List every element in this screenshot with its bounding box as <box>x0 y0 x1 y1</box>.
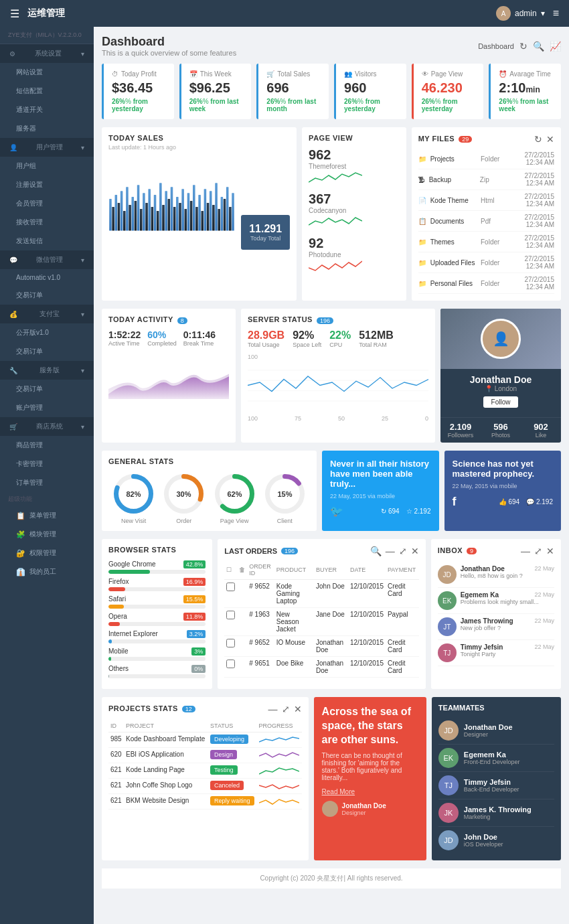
proj-row-3: 621 John Coffe Shop Logo Canceled <box>108 779 302 794</box>
breadcrumb: Dashboard <box>478 42 514 50</box>
brand-title: 运维管理 <box>27 7 65 19</box>
projects-close-button[interactable]: ✕ <box>294 704 302 714</box>
svg-rect-10 <box>137 185 140 230</box>
donut-page-view: 62% Page View <box>213 472 256 524</box>
inbox-msg-2[interactable]: JT James Throwing 22 May New job offer ? <box>438 614 554 640</box>
avatar: 👤 <box>481 319 521 359</box>
svg-rect-30 <box>193 185 195 230</box>
proj-th-project: PROJECT <box>124 720 208 733</box>
sidebar-item-send-sms[interactable]: 发送短信 <box>0 232 94 250</box>
svg-rect-22 <box>171 187 173 230</box>
svg-rect-32 <box>198 195 201 230</box>
sidebar-item-my-staff[interactable]: 👔我的员工 <box>0 562 94 581</box>
proj-th-id: ID <box>108 720 124 733</box>
sidebar-item-service[interactable]: 🔧 服务版 ▾ <box>0 361 94 380</box>
sidebar-item-user-group[interactable]: 用户组 <box>0 157 94 175</box>
inbox-close-button[interactable]: ✕ <box>546 546 554 556</box>
svg-text:15%: 15% <box>277 490 292 498</box>
sidebar-item-menu-mgmt[interactable]: 📋菜单管理 <box>0 506 94 525</box>
sidebar-item-channel-switch[interactable]: 通道开关 <box>0 100 94 119</box>
sidebar-item-member-mgmt[interactable]: 会员管理 <box>0 194 94 213</box>
list-icon[interactable]: ≡ <box>553 7 559 19</box>
projects-minimize-button[interactable]: — <box>268 704 278 714</box>
orders-close-button[interactable]: ✕ <box>411 546 419 556</box>
admin-dropdown-icon[interactable]: ▾ <box>541 9 545 18</box>
sidebar-item-auto[interactable]: Automatic v1.0 <box>0 269 94 286</box>
tweet-box: Never in all their history have men been… <box>322 451 439 531</box>
svg-rect-20 <box>165 191 167 230</box>
follow-button[interactable]: Follow <box>483 396 519 408</box>
sidebar-item-account-mgmt[interactable]: 账户管理 <box>0 398 94 417</box>
bottom-row: BROWSER STATS Google Chrome 42.8% Firefo… <box>102 539 561 689</box>
inbox-messages: JD Jonathan Doe 22 May Hello, m8 how is … <box>438 562 554 666</box>
hamburger-icon[interactable]: ☰ <box>10 7 19 20</box>
sidebar-item-user-mgmt[interactable]: 👤 用户管理 ▾ <box>0 138 94 157</box>
refresh-button[interactable]: ↻ <box>519 41 527 52</box>
read-more-link[interactable]: Read More <box>322 788 355 795</box>
files-close-button[interactable]: ✕ <box>546 134 554 145</box>
sidebar-label-wechat: 微信管理 <box>36 255 63 264</box>
svg-rect-15 <box>151 207 154 231</box>
sidebar-item-reg-settings[interactable]: 注册设置 <box>0 175 94 194</box>
order-checkbox-2[interactable] <box>226 639 235 647</box>
sidebar-item-card-mgmt[interactable]: 卡密管理 <box>0 455 94 473</box>
order-checkbox-3[interactable] <box>226 660 235 668</box>
sidebar-item-trade-order3[interactable]: 交易订单 <box>0 380 94 398</box>
sales-bar-chart <box>108 156 236 250</box>
status-badge-1: Design <box>210 750 237 759</box>
orders-th-delete: 🗑 <box>237 560 247 580</box>
sidebar-item-shop[interactable]: 🛒 商店系统 ▾ <box>0 417 94 436</box>
inbox-minimize-button[interactable]: — <box>521 546 530 556</box>
sales-icon: 🛒 <box>266 70 274 78</box>
browser-item-opera: Opera 11.8% <box>108 613 206 626</box>
inbox-avatar-3: TJ <box>438 643 457 662</box>
collapse-icon2: ▾ <box>81 144 84 151</box>
chart-button[interactable]: 📈 <box>550 41 561 52</box>
inbox-msg-0[interactable]: JD Jonathan Doe 22 May Hello, m8 how is … <box>438 562 554 588</box>
blog-author-role: Designer <box>342 810 386 816</box>
profile-stats: 2.109 Followers 596 Photos 902 Like <box>440 417 561 443</box>
order-checkbox-0[interactable] <box>226 583 235 591</box>
orders-table: ☐ 🗑 ORDER ID PRODUCT BUYER DATE PAYMENT <box>224 560 418 678</box>
sidebar-item-receive-mgmt[interactable]: 接收管理 <box>0 213 94 232</box>
svg-text:62%: 62% <box>227 490 242 498</box>
orders-expand-button[interactable]: ⤢ <box>399 546 407 556</box>
blog-author-name: Jonathan Doe <box>342 802 386 810</box>
inbox-box: INBOX 9 — ⤢ ✕ JD Jonathan Doe <box>431 539 561 689</box>
sidebar-item-module-mgmt[interactable]: 🧩模块管理 <box>0 525 94 544</box>
sidebar-item-trade-order2[interactable]: 交易订单 <box>0 342 94 361</box>
sidebar-item-trade-order[interactable]: 交易订单 <box>0 286 94 305</box>
server-box: SERVER STATUS 196 28.9GB Total Usage 92%… <box>241 309 435 443</box>
sidebar-item-sms-config[interactable]: 短信配置 <box>0 82 94 100</box>
sidebar-item-website-settings[interactable]: 网站设置 <box>0 63 94 82</box>
browser-item-safari: Safari 15.5% <box>108 595 206 609</box>
files-refresh-button[interactable]: ↻ <box>534 134 542 145</box>
module-icon: 🧩 <box>16 530 25 539</box>
blog-author: Jonathan Doe Designer <box>322 801 418 817</box>
sidebar-item-order-mgmt[interactable]: 订单管理 <box>0 473 94 492</box>
proj-row-0: 985 Kode Dashboard Template Developing <box>108 733 302 748</box>
sidebar-item-alipay[interactable]: 💰 支付宝 ▾ <box>0 305 94 323</box>
orders-search-button[interactable]: 🔍 <box>370 546 382 556</box>
file-row-1: 🗜 Backup Zip 27/2/2015 12:34 AM <box>418 169 554 190</box>
order-checkbox-1[interactable] <box>226 611 235 619</box>
orders-minimize-button[interactable]: — <box>386 546 395 556</box>
search-button[interactable]: 🔍 <box>533 41 544 52</box>
donut-chart-2: 62% <box>213 472 256 516</box>
inbox-msg-1[interactable]: EK Egemem Ka 22 May Problems look mighty… <box>438 588 554 614</box>
sidebar-item-product-mgmt[interactable]: 商品管理 <box>0 436 94 455</box>
inbox-msg-3[interactable]: TJ Timmy Jefsin 22 May Tonight Party <box>438 640 554 666</box>
sidebar-item-perm-mgmt[interactable]: 🔐权限管理 <box>0 544 94 562</box>
teammates-box: TEAMMATES JD Jonathan Doe Designer EK Eg… <box>432 697 561 860</box>
sidebar-item-wechat-mgmt[interactable]: 💬 微信管理 ▾ <box>0 250 94 269</box>
svg-rect-37 <box>212 205 215 231</box>
time-icon: ⏰ <box>499 70 507 78</box>
inbox-expand-button[interactable]: ⤢ <box>534 546 542 556</box>
projects-badge: 12 <box>182 706 195 712</box>
sidebar-item-system-settings[interactable]: ⚙ 系统设置 ▾ <box>0 44 94 63</box>
projects-expand-button[interactable]: ⤢ <box>282 704 290 714</box>
donut-row: 82% New Visit 30% Order <box>108 472 310 524</box>
sidebar-item-public-v1[interactable]: 公开版v1.0 <box>0 323 94 342</box>
sidebar: ZYE支付（MILA）V.2.2.0.0 ⚙ 系统设置 ▾ 网站设置 短信配置 … <box>0 27 94 924</box>
sidebar-item-server[interactable]: 服务器 <box>0 119 94 138</box>
